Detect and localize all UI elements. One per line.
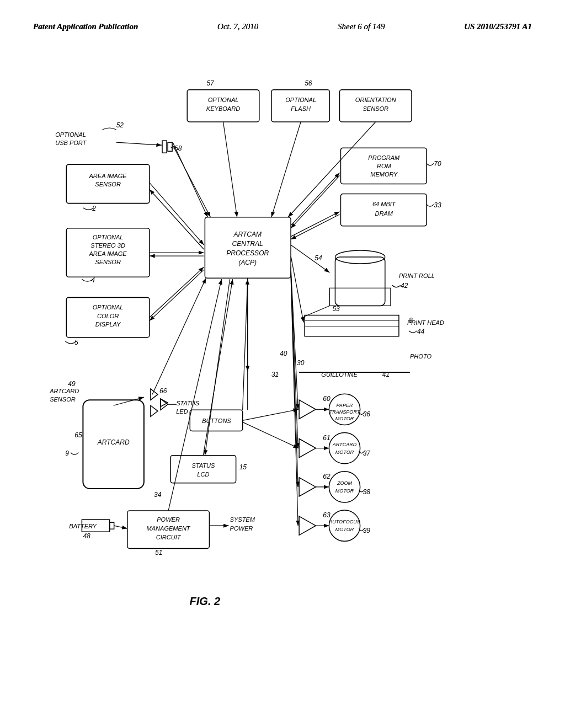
svg-rect-55 [305, 315, 399, 336]
svg-text:30: 30 [297, 359, 305, 367]
svg-marker-99 [299, 400, 316, 419]
svg-text:DRAM: DRAM [375, 210, 393, 217]
svg-text:34: 34 [154, 491, 162, 499]
page: Patent Application Publication Oct. 7, 2… [0, 0, 565, 728]
svg-line-160 [243, 409, 299, 420]
svg-text:ARTCARD: ARTCARD [332, 442, 357, 447]
svg-line-131 [291, 175, 339, 228]
svg-text:40: 40 [280, 350, 287, 357]
svg-marker-106 [299, 439, 316, 458]
svg-text:52: 52 [116, 121, 124, 129]
svg-text:15: 15 [239, 463, 247, 471]
svg-text:53: 53 [332, 305, 340, 313]
svg-text:AREA IMAGE: AREA IMAGE [88, 250, 127, 257]
svg-text:AREA IMAGE: AREA IMAGE [88, 173, 127, 179]
svg-text:STEREO 3D: STEREO 3D [90, 242, 125, 249]
svg-text:AUTOFOCUS: AUTOFOCUS [328, 519, 360, 524]
svg-line-125 [150, 190, 204, 249]
svg-text:OPTIONAL: OPTIONAL [55, 131, 86, 138]
svg-line-153 [203, 279, 232, 455]
svg-text:OPTIONAL: OPTIONAL [93, 304, 124, 311]
svg-text:OPTIONAL: OPTIONAL [93, 234, 124, 240]
svg-point-113 [329, 472, 360, 502]
svg-text:ARTCARD: ARTCARD [49, 388, 79, 394]
diagram: AREA IMAGE SENSOR 2 OPTIONAL STEREO 3D A… [33, 55, 532, 695]
svg-marker-112 [299, 478, 316, 496]
svg-line-154 [205, 279, 230, 455]
svg-line-165 [173, 142, 207, 217]
svg-text:56: 56 [305, 79, 312, 87]
svg-text:TRANSPORT: TRANSPORT [329, 409, 361, 415]
svg-text:42: 42 [401, 282, 408, 290]
svg-text:(ACP): (ACP) [238, 259, 257, 266]
svg-text:BUTTONS: BUTTONS [202, 417, 231, 424]
svg-line-161 [243, 422, 299, 448]
svg-text:SENSOR: SENSOR [95, 259, 121, 265]
svg-text:PROGRAM: PROGRAM [368, 154, 400, 161]
svg-text:PAPER: PAPER [337, 403, 353, 408]
svg-line-133 [291, 215, 339, 239]
svg-text:COLOR: COLOR [97, 313, 119, 319]
svg-text:48: 48 [83, 532, 90, 540]
svg-rect-49 [335, 257, 385, 306]
svg-text:LED: LED [176, 408, 188, 415]
svg-line-134 [223, 122, 237, 217]
svg-text:MOTOR: MOTOR [335, 527, 354, 532]
svg-rect-53 [329, 288, 390, 306]
svg-text:POWER: POWER [230, 525, 253, 532]
svg-text:MEMORY: MEMORY [370, 171, 398, 178]
svg-line-139 [291, 245, 329, 272]
svg-text:OPTIONAL: OPTIONAL [208, 97, 239, 103]
svg-text:FIG. 2: FIG. 2 [189, 595, 220, 607]
header-sheet-label: Sheet 6 of 149 [338, 22, 385, 31]
svg-line-128 [150, 267, 204, 317]
svg-text:ZOOM: ZOOM [337, 480, 353, 486]
svg-text:44: 44 [417, 328, 425, 335]
svg-text:DISPLAY: DISPLAY [95, 321, 121, 328]
svg-text:9: 9 [65, 449, 69, 457]
svg-text:39: 39 [363, 527, 371, 534]
svg-rect-89 [110, 522, 114, 529]
svg-text:STATUS: STATUS [176, 400, 200, 406]
svg-text:SENSOR: SENSOR [95, 181, 121, 188]
svg-text:STATUS: STATUS [191, 462, 215, 469]
svg-line-132 [291, 212, 339, 237]
svg-rect-47 [168, 142, 172, 151]
svg-text:51: 51 [155, 549, 162, 556]
header-bar: Patent Application Publication Oct. 7, 2… [33, 22, 532, 31]
svg-line-156 [114, 397, 144, 405]
svg-text:63: 63 [323, 511, 331, 519]
svg-text:70: 70 [434, 160, 441, 168]
svg-text:38: 38 [363, 488, 371, 496]
svg-text:31: 31 [271, 371, 279, 378]
svg-text:66: 66 [159, 387, 167, 395]
svg-point-119 [329, 510, 360, 541]
svg-text:OPTIONAL: OPTIONAL [285, 97, 316, 103]
svg-line-146 [291, 275, 298, 526]
svg-point-107 [329, 432, 360, 463]
header-date-label: Oct. 7, 2010 [217, 22, 258, 31]
svg-text:57: 57 [206, 79, 215, 87]
svg-text:ARTCAM: ARTCAM [233, 231, 262, 238]
svg-text:MOTOR: MOTOR [335, 449, 354, 455]
svg-text:ARTCARD: ARTCARD [97, 438, 130, 446]
svg-line-151 [243, 279, 248, 410]
svg-text:FLASH: FLASH [291, 105, 311, 112]
svg-text:POWER: POWER [157, 516, 180, 523]
svg-text:8: 8 [409, 317, 413, 324]
svg-text:61: 61 [323, 434, 330, 442]
svg-text:MANAGEMENT: MANAGEMENT [147, 525, 191, 532]
svg-text:KEYBOARD: KEYBOARD [206, 105, 240, 112]
svg-line-157 [114, 526, 127, 528]
svg-line-130 [291, 173, 339, 225]
svg-text:PRINT HEAD: PRINT HEAD [407, 319, 444, 326]
svg-text:SENSOR: SENSOR [363, 105, 388, 112]
svg-line-136 [288, 122, 376, 217]
svg-text:37: 37 [363, 449, 371, 457]
svg-text:SYSTEM: SYSTEM [230, 516, 255, 523]
svg-text:2: 2 [92, 205, 96, 212]
svg-text:MOTOR: MOTOR [335, 488, 354, 494]
svg-text:PROCESSOR: PROCESSOR [226, 249, 269, 257]
svg-text:PRINT ROLL: PRINT ROLL [399, 272, 435, 279]
svg-text:PHOTO: PHOTO [410, 353, 431, 360]
